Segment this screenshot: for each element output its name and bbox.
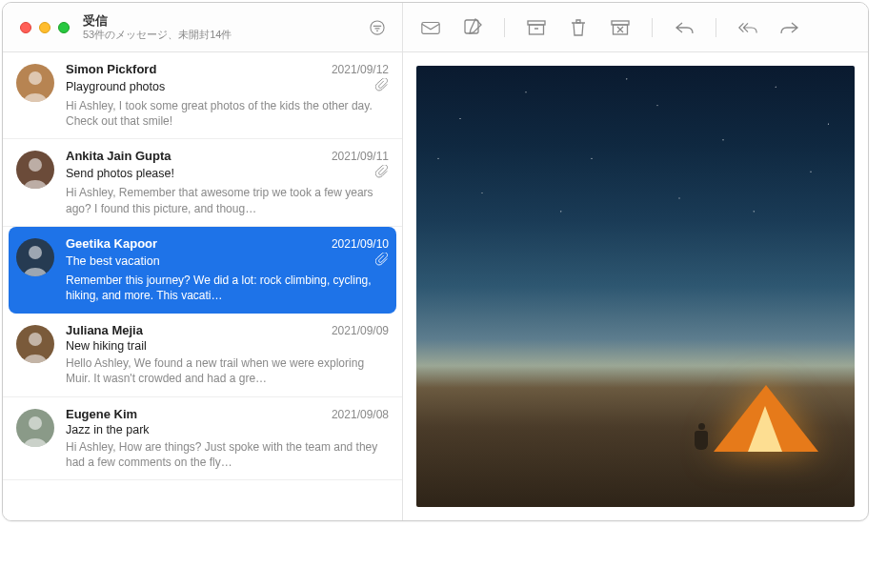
- avatar: [16, 409, 54, 447]
- message-row[interactable]: Ankita Jain Gupta2021/09/11Send photos p…: [3, 139, 402, 226]
- message-row[interactable]: Eugene Kim2021/09/08Jazz in the parkHi A…: [3, 397, 402, 480]
- toolbar-divider: [652, 18, 653, 37]
- svg-rect-4: [422, 22, 439, 33]
- minimize-window-button[interactable]: [39, 22, 50, 33]
- junk-icon: [610, 18, 631, 37]
- reply-icon: [674, 19, 695, 36]
- compose-icon: [462, 17, 483, 38]
- tent-illustration: [714, 385, 818, 452]
- svg-point-15: [29, 246, 42, 259]
- paperclip-icon: [375, 165, 389, 182]
- toolbar-divider: [716, 18, 716, 37]
- message-sender: Simon Pickford: [66, 62, 156, 76]
- svg-point-14: [29, 158, 42, 172]
- message-sender: Juliana Mejia: [66, 323, 143, 337]
- message-subject: Send photos please!: [66, 167, 372, 180]
- svg-point-0: [371, 20, 384, 33]
- message-list[interactable]: Simon Pickford2021/09/12Playground photo…: [3, 52, 403, 520]
- toolbar: [403, 17, 868, 38]
- message-date: 2021/09/12: [332, 63, 389, 76]
- reply-all-button[interactable]: [737, 17, 758, 38]
- message-subject: Playground photos: [66, 80, 372, 93]
- message-date: 2021/09/11: [332, 150, 389, 163]
- reply-button[interactable]: [674, 17, 695, 38]
- trash-icon: [569, 17, 588, 38]
- message-preview: Hi Ashley, Remember that awesome trip we…: [66, 185, 389, 215]
- titlebar: 受信 53件のメッセージ、未開封14件: [3, 3, 868, 52]
- message-subject: The best vacation: [66, 254, 372, 268]
- message-sender: Ankita Jain Gupta: [66, 149, 171, 163]
- message-subject: New hiking trail: [66, 339, 389, 353]
- titlebar-left: 受信 53件のメッセージ、未開封14件: [3, 3, 403, 51]
- preview-pane: [403, 52, 868, 520]
- window-controls: [20, 22, 70, 33]
- avatar: [16, 325, 54, 363]
- forward-button[interactable]: [779, 17, 800, 38]
- message-photo: [416, 66, 855, 507]
- reply-all-icon: [737, 19, 758, 36]
- svg-point-17: [29, 416, 42, 430]
- message-preview: Hello Ashley, We found a new trail when …: [66, 355, 389, 386]
- svg-rect-7: [530, 25, 544, 34]
- message-sender: Geetika Kapoor: [66, 236, 157, 251]
- archive-button[interactable]: [526, 17, 547, 38]
- message-preview: Hi Ashley, I took some great photos of t…: [66, 98, 389, 129]
- forward-icon: [779, 19, 800, 36]
- mailbox-subtitle: 53件のメッセージ、未開封14件: [83, 29, 364, 41]
- svg-point-13: [29, 71, 42, 85]
- paperclip-icon: [375, 253, 389, 270]
- message-preview: Remember this journey? We did a lot: roc…: [66, 273, 389, 303]
- avatar: [16, 64, 54, 102]
- archive-icon: [526, 18, 547, 37]
- message-row[interactable]: Juliana Mejia2021/09/09New hiking trailH…: [3, 314, 402, 396]
- avatar: [16, 238, 54, 276]
- svg-point-16: [29, 333, 42, 346]
- message-row[interactable]: Simon Pickford2021/09/12Playground photo…: [3, 52, 402, 139]
- mailbox-info: 受信 53件のメッセージ、未開封14件: [83, 13, 364, 42]
- avatar: [16, 151, 54, 189]
- mailbox-title: 受信: [83, 13, 364, 29]
- zoom-window-button[interactable]: [58, 22, 70, 33]
- close-window-button[interactable]: [20, 22, 31, 33]
- delete-button[interactable]: [568, 17, 589, 38]
- filter-button[interactable]: [364, 14, 391, 41]
- envelope-icon: [420, 18, 441, 37]
- body: Simon Pickford2021/09/12Playground photo…: [3, 52, 868, 520]
- message-date: 2021/09/10: [332, 237, 389, 251]
- filter-icon: [368, 18, 387, 37]
- junk-button[interactable]: [610, 17, 631, 38]
- get-mail-button[interactable]: [420, 17, 441, 38]
- mail-window: 受信 53件のメッセージ、未開封14件: [2, 2, 869, 521]
- message-date: 2021/09/08: [332, 408, 389, 421]
- message-row[interactable]: Geetika Kapoor2021/09/10The best vacatio…: [9, 227, 396, 314]
- message-preview: Hi Ashley, How are things? Just spoke wi…: [66, 439, 389, 470]
- message-subject: Jazz in the park: [66, 423, 389, 436]
- toolbar-divider: [504, 18, 505, 37]
- compose-button[interactable]: [462, 17, 483, 38]
- message-date: 2021/09/09: [332, 324, 389, 337]
- message-sender: Eugene Kim: [66, 407, 137, 421]
- paperclip-icon: [375, 78, 389, 95]
